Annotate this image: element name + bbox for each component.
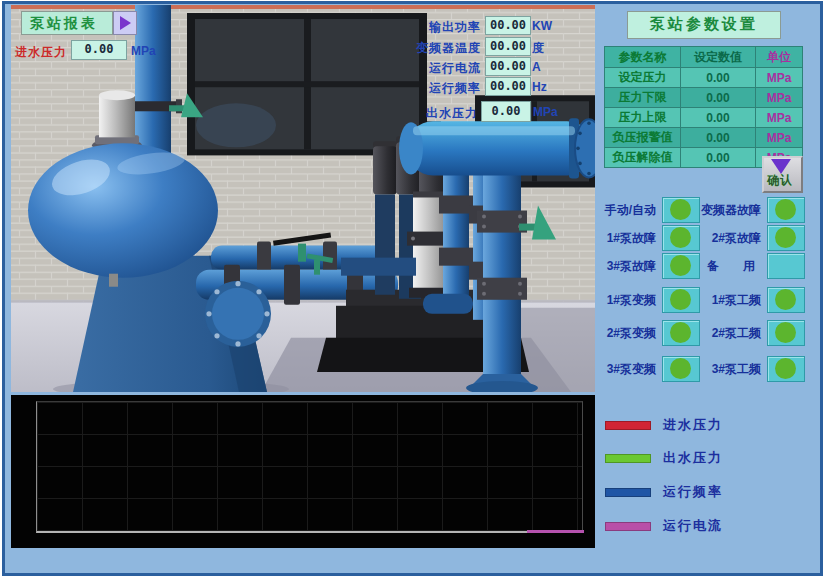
wall-top-stripe <box>11 5 595 9</box>
status-label-manual-auto: 手动/自动 <box>563 202 656 219</box>
status-label-pump1-vfd: 1#泵变频 <box>563 292 656 309</box>
status-lamp-box <box>767 253 805 279</box>
status-lamp <box>775 322 796 343</box>
main-panel: 泵站报表 进水压力 0.00 MPa 输出功率 00.00 KW 变频器温度 0… <box>2 1 823 576</box>
output-power-label: 输出功率 <box>358 19 481 36</box>
confirm-button-label[interactable]: 确认 <box>767 172 793 189</box>
table-row: 压力下限 0.00 MPa <box>605 88 803 108</box>
param-name: 设定压力 <box>605 68 681 88</box>
play-icon <box>120 16 131 30</box>
param-name: 负压解除值 <box>605 148 681 168</box>
status-label-pump3-vfd: 3#泵变频 <box>563 361 656 378</box>
legend-label-outlet-pressure: 出水压力 <box>663 449 723 467</box>
settings-panel-title: 泵站参数设置 <box>627 11 781 39</box>
status-label-pump2-fault: 2#泵故障 <box>668 230 761 247</box>
run-current-unit: A <box>532 60 541 74</box>
inlet-pressure-value: 0.00 <box>71 40 127 60</box>
legend-label-run-current: 运行电流 <box>663 517 723 535</box>
legend-swatch-outlet-pressure <box>605 454 651 463</box>
status-lamp-box <box>767 320 805 346</box>
run-current-value: 00.00 <box>485 57 531 76</box>
run-frequency-unit: Hz <box>532 80 547 94</box>
outlet-pressure-unit: MPa <box>533 105 558 119</box>
report-button-arrow[interactable] <box>113 11 137 35</box>
parameter-table-header: 参数名称 设定数值 单位 <box>605 47 803 68</box>
legend-swatch-run-frequency <box>605 488 651 497</box>
inlet-pressure-unit: MPa <box>131 44 156 58</box>
run-frequency-value: 00.00 <box>485 77 531 96</box>
run-current-label: 运行电流 <box>358 60 481 77</box>
param-value-input[interactable]: 0.00 <box>681 108 756 128</box>
status-lamp-box <box>767 356 805 382</box>
inverter-temp-label: 变频器温度 <box>358 40 481 57</box>
status-lamp <box>775 227 796 248</box>
status-lamp-box <box>767 287 805 313</box>
output-power-value: 00.00 <box>485 16 531 35</box>
col-unit: 单位 <box>756 47 803 68</box>
status-label-pump3-fault: 3#泵故障 <box>563 258 656 275</box>
param-unit: MPa <box>756 88 803 108</box>
trend-plot-area <box>36 401 583 533</box>
param-unit: MPa <box>756 68 803 88</box>
param-value-input[interactable]: 0.00 <box>681 68 756 88</box>
tank-air-vent <box>92 90 142 152</box>
confirm-button[interactable]: 确认 <box>762 156 803 193</box>
discharge-header-pipe <box>399 118 595 178</box>
status-label-pump1-fault: 1#泵故障 <box>563 230 656 247</box>
inlet-pressure-label: 进水压力 <box>15 44 67 61</box>
legend-label-inlet-pressure: 进水压力 <box>663 416 723 434</box>
status-lamp-box <box>767 197 805 223</box>
status-label-vfd-fault: 变频器故障 <box>668 202 761 219</box>
inverter-temp-value: 00.00 <box>485 37 531 56</box>
status-label-pump1-line: 1#泵工频 <box>668 292 761 309</box>
inverter-temp-unit: 度 <box>532 40 544 57</box>
param-value-input[interactable]: 0.00 <box>681 128 756 148</box>
blind-flange <box>205 281 271 347</box>
outlet-pressure-value: 0.00 <box>481 101 531 122</box>
pump-station-hmi-screen: 泵站报表 进水压力 0.00 MPa 输出功率 00.00 KW 变频器温度 0… <box>0 0 825 577</box>
outlet-pressure-label: 出水压力 <box>373 105 478 122</box>
param-name: 压力下限 <box>605 88 681 108</box>
status-lamp <box>775 358 796 379</box>
table-row: 压力上限 0.00 MPa <box>605 108 803 128</box>
col-set-value: 设定数值 <box>681 47 756 68</box>
table-row: 设定压力 0.00 MPa <box>605 68 803 88</box>
legend-label-run-frequency: 运行频率 <box>663 483 723 501</box>
report-button-label[interactable]: 泵站报表 <box>21 11 113 35</box>
run-current-trace <box>527 530 584 533</box>
param-value-input[interactable]: 0.00 <box>681 88 756 108</box>
legend-swatch-inlet-pressure <box>605 421 651 430</box>
status-label-spare: 备 用 <box>668 258 761 275</box>
col-parameter-name: 参数名称 <box>605 47 681 68</box>
param-name: 负压报警值 <box>605 128 681 148</box>
status-label-pump2-vfd: 2#泵变频 <box>563 325 656 342</box>
status-lamp-box <box>767 225 805 251</box>
report-button[interactable]: 泵站报表 <box>21 11 137 35</box>
parameter-table: 参数名称 设定数值 单位 设定压力 0.00 MPa 压力下限 0.00 MPa… <box>604 46 803 168</box>
status-label-pump2-line: 2#泵工频 <box>668 325 761 342</box>
output-power-unit: KW <box>532 19 552 33</box>
param-unit: MPa <box>756 128 803 148</box>
status-lamp <box>775 199 796 220</box>
status-label-pump3-line: 3#泵工频 <box>668 361 761 378</box>
trend-chart <box>11 395 595 548</box>
run-frequency-label: 运行频率 <box>358 80 481 97</box>
table-row: 负压报警值 0.00 MPa <box>605 128 803 148</box>
status-lamp <box>775 289 796 310</box>
legend-swatch-run-current <box>605 522 651 531</box>
param-unit: MPa <box>756 108 803 128</box>
param-name: 压力上限 <box>605 108 681 128</box>
param-value-input[interactable]: 0.00 <box>681 148 756 168</box>
